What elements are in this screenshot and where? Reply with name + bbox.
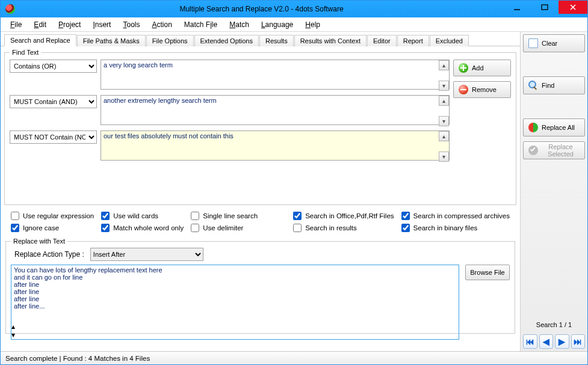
clear-label: Clear (542, 40, 557, 47)
replace-with-group: Replace with Text Replace Action Type : … (5, 238, 515, 334)
status-bar: Search complete | Found : 4 Matches in 4… (1, 351, 587, 364)
find-button[interactable]: Find (523, 76, 585, 94)
replace-all-button[interactable]: Replace All (523, 118, 585, 136)
check-icon (528, 146, 538, 155)
chk-office-pdf-rtf[interactable]: Search in Office,Pdf,Rtf Files (293, 212, 394, 220)
menu-project[interactable]: Project (52, 19, 87, 31)
menu-action[interactable]: Action (146, 19, 178, 31)
status-text: Search complete | Found : 4 Matches in 4… (5, 355, 150, 362)
chk-delimiter[interactable]: Use delimiter (191, 224, 258, 232)
menu-file[interactable]: File (4, 19, 28, 31)
chk-compressed[interactable]: Search in compressed archives (401, 212, 510, 220)
scroll-up-icon[interactable]: ▴ (11, 322, 459, 331)
svg-rect-1 (542, 5, 548, 10)
replace-all-label: Replace All (542, 124, 575, 131)
chk-binary[interactable]: Search in binary files (401, 224, 510, 232)
menu-help[interactable]: Help (299, 19, 326, 31)
add-button-label: Add (472, 64, 484, 72)
nav-next-button[interactable]: ▶ (555, 334, 569, 349)
clear-button[interactable]: Clear (523, 34, 585, 52)
magnifier-icon (528, 81, 538, 90)
command-sidebar: Clear Find Replace All Replace Selected … (520, 32, 587, 351)
options-area: Use regular expression Use wild cards Si… (5, 207, 515, 236)
tab-results[interactable]: Results (259, 35, 294, 46)
find-label: Find (542, 82, 554, 89)
tab-search-and-replace[interactable]: Search and Replace (4, 34, 76, 46)
match-mode-select-3[interactable]: MUST NOT Contain (NOT) (10, 130, 97, 144)
find-text-input-1[interactable]: a very long search term (101, 60, 450, 90)
replace-type-select[interactable]: Insert After (90, 248, 203, 261)
find-text-input-3[interactable]: our test files absolutely must not conta… (101, 130, 450, 161)
scroll-down-icon[interactable]: ▾ (439, 152, 449, 162)
window-titlebar: Multiple Search and Replace V2.0 - 4dots… (1, 1, 587, 17)
replace-selected-label: Replace Selected (542, 143, 580, 158)
minus-icon (459, 85, 468, 94)
window-close-button[interactable] (559, 1, 587, 14)
svg-line-2 (571, 5, 575, 10)
match-mode-select-1[interactable]: Contains (OR) (10, 60, 97, 73)
chk-whole-word[interactable]: Match whole word only (101, 224, 184, 232)
find-text-group: Find Text Contains (OR) a very long sear… (4, 49, 516, 205)
search-counter: Search 1 / 1 (523, 321, 585, 328)
browse-file-button[interactable]: Browse File (465, 265, 510, 280)
window-title: Multiple Search and Replace V2.0 - 4dots… (20, 5, 503, 13)
nav-prev-button[interactable]: ◀ (539, 334, 554, 349)
scroll-up-icon[interactable]: ▴ (439, 131, 449, 141)
scroll-down-icon[interactable]: ▾ (439, 81, 449, 91)
tab-file-options[interactable]: File Options (146, 35, 194, 46)
remove-button-label: Remove (472, 86, 497, 93)
app-icon (5, 4, 15, 14)
chk-single-line[interactable]: Single line search (191, 212, 258, 220)
tab-file-paths-masks[interactable]: File Paths & Masks (77, 35, 146, 46)
menubar: File Edit Project Insert Tools Action Ma… (1, 17, 587, 32)
scroll-up-icon[interactable]: ▴ (439, 96, 449, 106)
tab-report[interactable]: Report (397, 35, 429, 46)
chk-use-regex[interactable]: Use regular expression (11, 212, 94, 220)
tab-editor[interactable]: Editor (367, 35, 397, 46)
replace-with-legend: Replace with Text (11, 238, 67, 245)
replace-type-label: Replace Action Type : (14, 250, 84, 259)
menu-edit[interactable]: Edit (28, 19, 52, 31)
document-icon (528, 38, 538, 48)
replace-selected-button[interactable]: Replace Selected (523, 141, 585, 159)
window-maximize-button[interactable] (531, 1, 559, 14)
menu-tools[interactable]: Tools (117, 19, 146, 31)
chk-wild-cards[interactable]: Use wild cards (101, 212, 184, 220)
find-text-input-2[interactable]: another extremely lengthy search term (101, 95, 450, 125)
remove-term-button[interactable]: Remove (453, 81, 511, 98)
tab-results-context[interactable]: Results with Context (294, 35, 367, 46)
plus-icon (459, 63, 468, 73)
scroll-up-icon[interactable]: ▴ (439, 60, 449, 70)
tab-strip: Search and Replace File Paths & Masks Fi… (1, 32, 520, 46)
nav-last-button[interactable]: ⏭ (571, 334, 586, 349)
add-term-button[interactable]: Add (453, 60, 511, 76)
chk-in-results[interactable]: Search in results (293, 224, 394, 232)
find-text-legend: Find Text (10, 49, 41, 56)
replace-text-input[interactable]: You can have lots of lengthy replacement… (11, 265, 459, 321)
menu-matchfile[interactable]: Match File (178, 19, 223, 31)
swap-icon (528, 123, 538, 132)
svg-line-3 (571, 5, 575, 10)
match-mode-select-2[interactable]: MUST Contain (AND) (10, 95, 97, 108)
chk-ignore-case[interactable]: Ignore case (11, 224, 94, 232)
scroll-down-icon[interactable]: ▾ (11, 331, 459, 339)
nav-first-button[interactable]: ⏮ (523, 334, 537, 349)
tab-extended-options[interactable]: Extended Options (194, 35, 259, 46)
menu-insert[interactable]: Insert (87, 19, 117, 31)
window-minimize-button[interactable] (503, 1, 531, 14)
search-nav: ⏮ ◀ ▶ ⏭ (523, 334, 585, 349)
menu-match[interactable]: Match (223, 19, 255, 31)
menu-language[interactable]: Language (255, 19, 299, 31)
scroll-down-icon[interactable]: ▾ (439, 116, 449, 126)
tab-excluded[interactable]: Excluded (430, 35, 469, 46)
